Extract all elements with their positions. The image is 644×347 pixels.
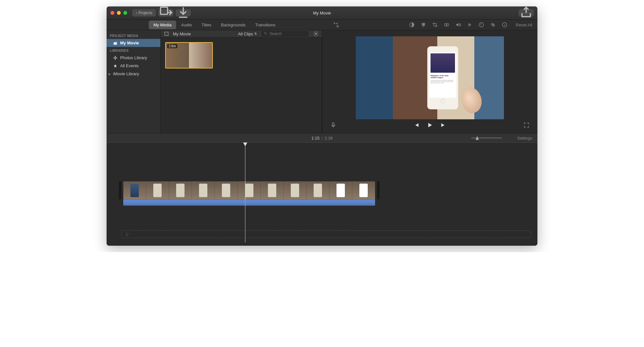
grid-arrow-icon [159,6,173,21]
search-icon [264,32,268,36]
preview-phone: Wallpapers of the week: satellite imager… [427,46,458,109]
svg-rect-16 [165,32,168,36]
zoom-slider[interactable] [471,137,502,139]
color-balance-icon[interactable] [409,22,415,28]
total-duration: 2:38 [325,136,333,141]
projects-button[interactable]: ‹ Projects [132,9,156,16]
main-area: PROJECT MEDIA My Movie LIBRARIES Photos … [107,30,537,133]
clip-start-handle[interactable] [119,181,121,199]
gear-icon[interactable] [313,31,319,37]
sidebar-item-photos[interactable]: Photos Library [107,54,160,62]
updown-icon: ⇅ [254,32,257,35]
tab-titles[interactable]: Titles [197,21,216,29]
window-controls [110,11,127,15]
tab-audio[interactable]: Audio [177,21,196,29]
enhance-icon[interactable] [333,22,339,28]
star-icon [113,64,118,68]
svg-rect-19 [333,123,334,126]
timeline-frame [192,181,215,199]
speed-icon[interactable] [478,22,484,28]
svg-point-9 [492,24,495,27]
stabilization-icon[interactable] [444,22,450,28]
timeline-frame [215,181,238,199]
svg-point-4 [422,24,425,27]
sidebar-project-label: My Movie [120,41,139,45]
sidebar-item-all-events[interactable]: All Events [107,62,160,70]
prev-button[interactable] [413,122,420,128]
sidebar-events-label: All Events [120,63,139,68]
timeline-frame [238,181,260,199]
timeline-frame [284,181,307,199]
video-track[interactable] [123,181,375,206]
disclosure-triangle-icon[interactable]: ▶ [109,72,111,76]
clip-end-handle[interactable] [377,181,380,199]
maximize-window[interactable] [123,11,127,15]
sidebar-item-imovie-library[interactable]: ▶ iMovie Library [107,70,160,78]
share-button[interactable] [519,9,534,16]
minimize-window[interactable] [117,11,121,15]
flower-icon [113,56,118,60]
next-button[interactable] [440,122,447,128]
projects-label: Projects [138,11,152,15]
timeline-frame [123,181,146,199]
download-icon [176,6,190,21]
viewer-panel: Wallpapers of the week: satellite imager… [322,30,537,133]
background-music-track[interactable]: ♫ [121,230,531,238]
svg-point-11 [115,57,116,59]
download-button[interactable] [176,9,191,16]
tab-backgrounds[interactable]: Backgrounds [217,21,250,29]
svg-point-14 [113,57,115,59]
search-input[interactable]: Search [261,30,309,37]
svg-point-6 [446,24,447,25]
play-button[interactable] [427,122,433,128]
timeline[interactable]: ♫ [107,143,537,246]
sidebar-library-label: iMovie Library [113,71,139,76]
fullscreen-button[interactable] [523,122,530,128]
svg-point-18 [315,33,317,35]
timeline-playhead[interactable] [245,143,245,242]
preview-hand [459,85,485,115]
voiceover-button[interactable] [330,122,336,128]
playhead-time: 1:15 [311,136,319,141]
clapperboard-icon [113,41,118,45]
audio-waveform[interactable] [123,199,375,206]
video-filmstrip[interactable] [123,181,375,199]
clip-playhead-marker [189,43,190,68]
color-correction-icon[interactable] [421,22,426,28]
tab-transitions[interactable]: Transitions [251,21,280,29]
preview-card-title: Wallpapers of the week: satellite imager… [429,74,456,79]
share-icon [519,6,533,21]
filter-label: All Clips [238,32,253,36]
timeline-frame [307,181,329,199]
browser-project-name: My Movie [173,32,191,36]
timeline-frame [169,181,192,199]
svg-point-17 [264,32,266,34]
svg-point-13 [115,59,116,60]
timeline-settings-button[interactable]: Settings [517,136,532,141]
close-window[interactable] [110,11,114,15]
search-placeholder: Search [270,32,282,36]
project-media-header: PROJECT MEDIA [107,32,160,39]
info-icon[interactable] [502,22,507,28]
crop-icon[interactable] [432,22,438,28]
clips-filter-dropdown[interactable]: All Clips ⇅ [238,32,257,36]
imovie-window: ‹ Projects My Movie My Media Audio Title… [107,6,537,246]
viewer-canvas[interactable]: Wallpapers of the week: satellite imager… [356,36,504,119]
timeline-header: 1:15 / 2:38 Settings [107,133,537,143]
timeline-frame [352,181,375,199]
timeline-frame [146,181,169,199]
tab-my-media[interactable]: My Media [149,21,176,29]
svg-point-12 [115,56,116,57]
sidebar-item-project[interactable]: My Movie [107,39,160,47]
svg-point-15 [116,57,117,59]
titlebar: ‹ Projects My Movie [107,6,537,19]
clip-duration-badge: 2.6m [167,44,177,48]
clip-filter-icon[interactable] [490,22,496,28]
reset-all-button[interactable]: Reset All [516,23,532,27]
import-media-button[interactable] [158,9,173,16]
clip-thumbnail[interactable]: 2.6m [165,42,213,68]
volume-icon[interactable] [455,22,461,28]
svg-rect-5 [445,23,449,26]
noise-reduction-icon[interactable] [467,22,473,28]
list-toggle-icon[interactable] [164,31,169,36]
